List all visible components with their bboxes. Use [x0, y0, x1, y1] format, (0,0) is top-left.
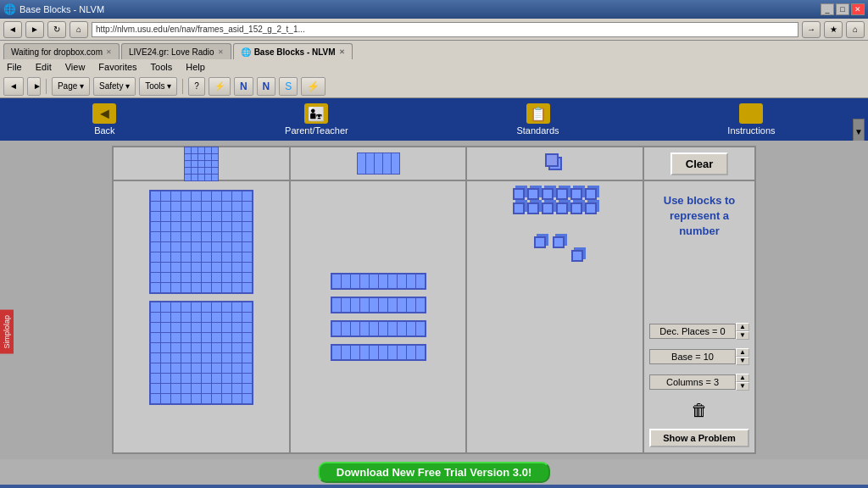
columns-down[interactable]: ▼ [736, 382, 749, 391]
home2-button[interactable]: ⌂ [846, 21, 865, 38]
base-row: Base = 10 ▲ ▼ [649, 348, 749, 365]
base-down[interactable]: ▼ [736, 357, 749, 365]
menu-file[interactable]: File [3, 61, 25, 73]
unit-cube[interactable] [542, 202, 554, 214]
toolbar-misc1[interactable]: ⚡ [209, 77, 231, 96]
side-tab[interactable]: Simplolap [0, 310, 14, 354]
menu-help[interactable]: Help [182, 61, 209, 73]
toolbar-misc3[interactable]: N [257, 77, 276, 96]
menu-view[interactable]: View [62, 61, 89, 73]
unit-cube[interactable] [542, 188, 554, 200]
unit-cube[interactable] [513, 202, 525, 214]
toolbar-skype[interactable]: S [279, 77, 298, 96]
units-scattered-group [527, 236, 583, 262]
unit-cube[interactable] [527, 202, 539, 214]
nlvm-instructions-btn[interactable]: ? Instructions [727, 103, 775, 136]
unit-cube-scattered[interactable] [553, 236, 565, 248]
unit-cube-scattered[interactable] [534, 236, 546, 248]
toolbar-fwd[interactable]: ► [27, 77, 41, 96]
tab-label: LIVE24.gr: Love Radio [129, 47, 214, 57]
unit-cube[interactable] [570, 188, 582, 200]
tab-icon: 🌐 [241, 47, 251, 57]
dec-places-up[interactable]: ▲ [736, 323, 749, 331]
unit-cube[interactable] [570, 202, 582, 214]
browser-toolbar: ◄ ► Page ▾ Safety ▾ Tools ▾ ? ⚡ N N S ⚡ [0, 75, 868, 98]
clear-button[interactable]: Clear [670, 152, 729, 175]
tab-close-radio[interactable]: ✕ [218, 48, 224, 56]
flat-square-icon [184, 147, 219, 181]
go-button[interactable]: → [802, 21, 821, 38]
tab-dropbox[interactable]: Waiting for dropbox.com ✕ [3, 43, 120, 59]
home-button[interactable]: ⌂ [70, 21, 88, 38]
base-up[interactable]: ▲ [736, 348, 749, 357]
toolbar-tools[interactable]: Tools ▾ [139, 77, 177, 96]
download-banner: Download New Free Trial Version 3.0! [0, 459, 868, 485]
unit-cube[interactable] [527, 188, 539, 200]
toolbar-safety[interactable]: Safety ▾ [93, 77, 136, 96]
flat-grid-2[interactable] [149, 301, 253, 405]
bar-1[interactable] [331, 273, 426, 290]
unit-cube[interactable] [556, 188, 568, 200]
unit-cube[interactable] [556, 202, 568, 214]
toolbar-sep2 [182, 79, 183, 94]
unit-cube[interactable] [513, 188, 525, 200]
close-button[interactable]: ✕ [851, 3, 865, 15]
flat-grid-1[interactable] [149, 190, 253, 294]
instructions-icon: ? [739, 103, 763, 124]
nlvm-back-btn[interactable]: ◄ Back [92, 103, 116, 136]
side-tab-label: Simplolap [3, 315, 11, 349]
blocks-board: Clear [112, 146, 756, 454]
bars-section [291, 181, 468, 452]
tab-label: Base Blocks - NLVM [254, 47, 336, 57]
nlvm-parent-btn[interactable]: 👨‍👧 Parent/Teacher [285, 103, 348, 136]
tools-label: Tools ▾ [145, 81, 171, 91]
unit-cube[interactable] [585, 188, 597, 200]
tab-close-nlvm[interactable]: ✕ [339, 48, 345, 56]
dec-places-down[interactable]: ▼ [736, 331, 749, 340]
main-content: Simplolap [0, 141, 868, 459]
menu-favorites[interactable]: Favorites [95, 61, 140, 73]
toolbar-back[interactable]: ◄ [3, 77, 24, 96]
refresh-button[interactable]: ↻ [47, 21, 66, 38]
bar-3[interactable] [331, 320, 426, 337]
toolbar-help[interactable]: ? [188, 77, 205, 96]
tab-loveradio[interactable]: LIVE24.gr: Love Radio ✕ [121, 43, 231, 59]
maximize-button[interactable]: □ [836, 3, 849, 15]
instructions-label: Instructions [727, 125, 775, 136]
tab-label: Waiting for dropbox.com [11, 47, 103, 57]
back-label: Back [94, 125, 114, 136]
forward-button[interactable]: ► [25, 21, 44, 38]
menu-tools[interactable]: Tools [147, 61, 176, 73]
back-button[interactable]: ◄ [3, 21, 22, 38]
trash-row: 🗑 [691, 401, 708, 420]
dec-places-spinners: ▲ ▼ [736, 323, 749, 340]
trash-icon[interactable]: 🗑 [691, 401, 708, 420]
star-button[interactable]: ★ [824, 21, 843, 38]
tab-nlvm[interactable]: 🌐 Base Blocks - NLVM ✕ [233, 43, 353, 59]
col-header-flat [114, 147, 291, 180]
unit-cube[interactable] [585, 202, 597, 214]
address-bar[interactable] [92, 22, 798, 37]
columns-up[interactable]: ▲ [736, 374, 749, 382]
toolbar-page[interactable]: Page ▾ [52, 77, 90, 96]
parent-icon: 👨‍👧 [304, 103, 328, 124]
browser-nav: ◄ ► ↻ ⌂ → ★ ⌂ [0, 19, 868, 41]
unit-cube-scattered[interactable] [571, 250, 583, 262]
base-label: Base = 10 [649, 349, 736, 364]
toolbar-misc2[interactable]: N [234, 77, 253, 96]
download-button[interactable]: Download New Free Trial Version 3.0! [318, 462, 550, 483]
dec-places-row: Dec. Places = 0 ▲ ▼ [649, 323, 749, 340]
col-header-cube [467, 147, 644, 180]
standards-icon: 📋 [526, 103, 550, 124]
toolbar-bt[interactable]: ⚡ [301, 77, 326, 96]
minimize-button[interactable]: _ [821, 3, 834, 15]
bar-4[interactable] [331, 344, 426, 361]
show-problem-button[interactable]: Show a Problem [649, 429, 749, 447]
nlvm-standards-btn[interactable]: 📋 Standards [516, 103, 559, 136]
menu-edit[interactable]: Edit [32, 61, 55, 73]
browser-tabs: Waiting for dropbox.com ✕ LIVE24.gr: Lov… [0, 41, 868, 59]
bar-2[interactable] [331, 297, 426, 313]
tab-close-dropbox[interactable]: ✕ [106, 48, 112, 56]
standards-label: Standards [516, 125, 559, 136]
menubar: File Edit View Favorites Tools Help [0, 59, 868, 75]
